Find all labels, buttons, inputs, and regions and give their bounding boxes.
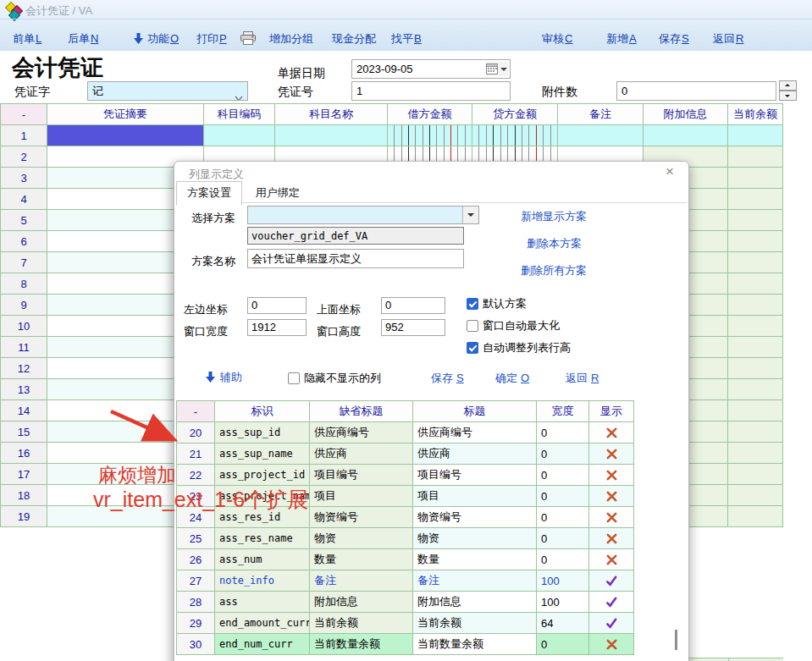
toolbar-button-打印[interactable]: 打印P bbox=[196, 31, 227, 47]
title-cell[interactable]: 备注 bbox=[413, 570, 537, 592]
cross-icon[interactable] bbox=[589, 634, 634, 655]
field-id-cell[interactable]: ass_sup_name bbox=[215, 443, 310, 465]
toolbar-button-返回[interactable]: 返回R bbox=[713, 31, 743, 47]
title-cell[interactable]: 附加信息 bbox=[413, 592, 537, 613]
toolbar-button-现金分配[interactable]: 现金分配 bbox=[332, 31, 376, 47]
width-cell[interactable]: 0 bbox=[537, 443, 589, 465]
cross-icon[interactable] bbox=[589, 528, 634, 549]
window-width-input[interactable]: 1912 bbox=[247, 319, 307, 336]
toolbar-button-审核[interactable]: 审核C bbox=[542, 31, 572, 47]
voucher-word-combobox[interactable]: 记 bbox=[87, 81, 248, 101]
date-input[interactable]: 2023-09-05 bbox=[351, 59, 511, 79]
width-cell[interactable]: 100 bbox=[537, 592, 589, 613]
scheme-name-input[interactable]: 会计凭证单据显示定义 bbox=[247, 249, 464, 268]
row-number[interactable]: 14 bbox=[1, 400, 47, 421]
default-title-cell[interactable]: 项目 bbox=[310, 486, 413, 507]
delete-all-schemes-link[interactable]: 删除所有方案 bbox=[521, 263, 587, 278]
left-coord-input[interactable]: 0 bbox=[247, 297, 307, 314]
default-title-cell[interactable]: 备注 bbox=[310, 570, 413, 592]
grid-cell[interactable] bbox=[204, 125, 275, 146]
default-title-cell[interactable]: 附加信息 bbox=[310, 592, 413, 613]
top-coord-input[interactable]: 0 bbox=[381, 297, 445, 314]
grid-cell[interactable] bbox=[728, 295, 783, 316]
width-cell[interactable]: 0 bbox=[537, 465, 589, 486]
grid-cell[interactable] bbox=[558, 125, 644, 146]
row-number[interactable]: 11 bbox=[1, 337, 47, 358]
row-number[interactable]: 20 bbox=[177, 422, 215, 443]
row-number[interactable]: 19 bbox=[1, 506, 47, 527]
grid-cell[interactable] bbox=[728, 273, 783, 295]
return-button[interactable]: 返回R bbox=[566, 371, 599, 386]
row-number[interactable]: 17 bbox=[1, 464, 47, 485]
default-title-cell[interactable]: 数量 bbox=[310, 549, 413, 570]
voucher-no-input[interactable]: 1 bbox=[351, 81, 511, 101]
row-number[interactable]: 26 bbox=[177, 549, 215, 570]
grid-cell[interactable] bbox=[728, 485, 783, 506]
width-cell[interactable]: 100 bbox=[537, 570, 589, 592]
cross-icon[interactable] bbox=[589, 486, 634, 507]
grid-cell[interactable] bbox=[728, 337, 783, 358]
row-number[interactable]: 21 bbox=[177, 443, 215, 465]
field-id-cell[interactable]: note_info bbox=[215, 570, 310, 592]
row-number[interactable]: 12 bbox=[1, 358, 47, 379]
printer-icon[interactable] bbox=[240, 31, 260, 47]
width-cell[interactable]: 0 bbox=[537, 634, 589, 655]
field-id-cell[interactable]: ass_num bbox=[215, 549, 310, 570]
stepper-down-button[interactable] bbox=[779, 91, 797, 101]
cross-icon[interactable] bbox=[589, 443, 634, 465]
grid-cell[interactable] bbox=[728, 316, 783, 337]
grid-cell[interactable] bbox=[728, 400, 783, 421]
stepper-up-button[interactable] bbox=[779, 80, 797, 91]
default-title-cell[interactable]: 供应商 bbox=[310, 443, 413, 465]
close-icon[interactable]: × bbox=[660, 163, 679, 180]
grid-cell[interactable] bbox=[728, 464, 783, 485]
default-title-cell[interactable]: 物资编号 bbox=[310, 507, 413, 528]
scheme-combobox[interactable] bbox=[247, 206, 479, 224]
title-cell[interactable]: 项目编号 bbox=[413, 465, 537, 486]
toolbar-button-前单[interactable]: 前单L bbox=[13, 31, 41, 47]
row-number[interactable]: 3 bbox=[1, 168, 47, 189]
aux-button[interactable]: 辅助 bbox=[206, 370, 242, 385]
field-id-cell[interactable]: ass bbox=[215, 592, 310, 613]
add-scheme-link[interactable]: 新增显示方案 bbox=[521, 209, 587, 224]
title-cell[interactable]: 物资编号 bbox=[413, 507, 537, 528]
toolbar-button-后单[interactable]: 后单N bbox=[68, 31, 98, 47]
field-id-cell[interactable]: end_num_curr bbox=[215, 634, 310, 655]
grid-cell[interactable] bbox=[275, 125, 388, 146]
default-title-cell[interactable]: 物资 bbox=[310, 528, 413, 549]
ok-button[interactable]: 确定O bbox=[495, 371, 529, 386]
grid-cell[interactable] bbox=[728, 252, 783, 273]
row-number[interactable]: 27 bbox=[177, 570, 215, 592]
save-button[interactable]: 保存S bbox=[431, 371, 464, 386]
default-scheme-checkbox[interactable]: 默认方案 bbox=[467, 296, 527, 311]
attachments-input[interactable]: 0 bbox=[616, 81, 776, 101]
field-id-cell[interactable]: ass_project_id bbox=[215, 465, 310, 486]
row-number[interactable]: 9 bbox=[1, 295, 47, 316]
field-id-cell[interactable]: end_amount_curr bbox=[215, 613, 310, 634]
grid-cell[interactable] bbox=[728, 146, 783, 168]
title-cell[interactable]: 供应商编号 bbox=[413, 422, 537, 443]
dropdown-button[interactable] bbox=[462, 207, 478, 223]
width-cell[interactable]: 0 bbox=[537, 549, 589, 570]
row-number[interactable]: 8 bbox=[1, 273, 47, 295]
toolbar-button-保存[interactable]: 保存S bbox=[659, 31, 689, 47]
row-number[interactable]: 7 bbox=[1, 252, 47, 273]
title-cell[interactable]: 项目 bbox=[413, 486, 537, 507]
row-number[interactable]: 2 bbox=[1, 146, 47, 168]
row-number[interactable]: 28 bbox=[177, 592, 215, 613]
grid-cell[interactable] bbox=[644, 125, 728, 146]
grid-cell[interactable] bbox=[728, 125, 783, 146]
row-number[interactable]: 5 bbox=[1, 210, 47, 231]
grid-cell[interactable] bbox=[472, 125, 558, 146]
check-icon[interactable] bbox=[589, 613, 634, 634]
field-id-cell[interactable]: ass_res_name bbox=[215, 528, 310, 549]
grid-cell[interactable] bbox=[728, 421, 783, 443]
width-cell[interactable]: 0 bbox=[537, 528, 589, 549]
width-cell[interactable]: 0 bbox=[537, 486, 589, 507]
cross-icon[interactable] bbox=[589, 549, 634, 570]
grid-cell[interactable] bbox=[728, 210, 783, 231]
title-cell[interactable]: 当前数量余额 bbox=[413, 634, 537, 655]
calendar-icon[interactable] bbox=[486, 62, 508, 76]
toolbar-button-功能[interactable]: 功能O bbox=[134, 31, 179, 47]
field-id-cell[interactable]: ass_sup_id bbox=[215, 422, 310, 443]
